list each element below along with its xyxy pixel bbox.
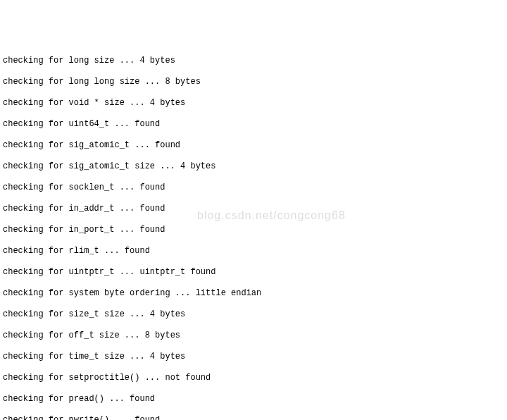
output-line: checking for long size ... 4 bytes: [3, 56, 504, 66]
output-line: checking for sig_atomic_t ... found: [3, 140, 504, 151]
output-line: checking for long long size ... 8 bytes: [3, 77, 504, 87]
output-line: checking for socklen_t ... found: [3, 183, 504, 193]
output-line: checking for uintptr_t ... uintptr_t fou…: [3, 267, 504, 278]
output-line: checking for size_t size ... 4 bytes: [3, 309, 504, 320]
output-line: checking for in_port_t ... found: [3, 225, 504, 235]
output-line: checking for pread() ... found: [3, 394, 504, 404]
output-line: checking for sig_atomic_t size ... 4 byt…: [3, 161, 504, 172]
output-line: checking for setproctitle() ... not foun…: [3, 373, 504, 383]
terminal-output: checking for long size ... 4 bytes check…: [3, 45, 504, 420]
output-line: checking for void * size ... 4 bytes: [3, 98, 504, 109]
output-line: checking for off_t size ... 8 bytes: [3, 331, 504, 341]
output-line: checking for rlim_t ... found: [3, 246, 504, 257]
output-line: checking for system byte ordering ... li…: [3, 288, 504, 299]
output-line: checking for pwrite() ... found: [3, 415, 504, 420]
output-line: checking for in_addr_t ... found: [3, 204, 504, 214]
output-line: checking for uint64_t ... found: [3, 119, 504, 130]
output-line: checking for time_t size ... 4 bytes: [3, 352, 504, 362]
